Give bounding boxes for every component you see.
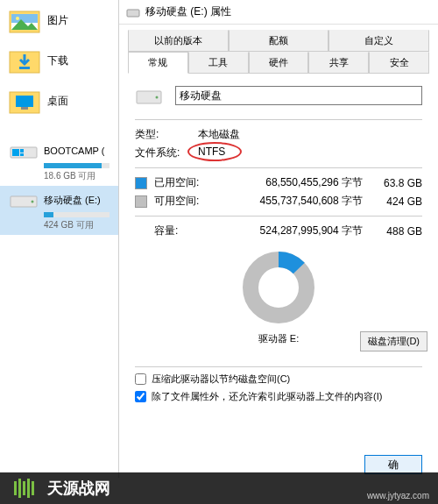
disk-cleanup-button[interactable]: 磁盘清理(D)	[360, 331, 427, 351]
sidebar-drive-bootcamp[interactable]: BOOTCAMP ( 18.6 GB 可用	[0, 137, 118, 186]
tab-custom[interactable]: 自定义	[328, 30, 429, 51]
titlebar: 移动硬盘 (E:) 属性	[119, 0, 438, 25]
filesystem-value: NTFS	[198, 146, 225, 160]
titlebar-text: 移动硬盘 (E:) 属性	[145, 4, 231, 19]
drive-sub: 18.6 GB 可用	[44, 170, 110, 182]
svg-rect-2	[11, 14, 38, 23]
used-color-swatch	[135, 177, 147, 189]
free-gb: 424 GB	[368, 195, 422, 208]
compress-label: 压缩此驱动器以节约磁盘空间(C)	[152, 373, 290, 386]
capacity-gb: 488 GB	[368, 225, 422, 238]
usage-donut	[135, 249, 422, 329]
index-checkbox[interactable]	[135, 391, 146, 402]
capacity-label: 容量:	[154, 224, 210, 238]
explorer-sidebar: 图片 下载 桌面 BOOTCAMP ( 18.6 GB 可用 移动硬盘 (E:)…	[0, 0, 118, 504]
folder-label: 桌面	[47, 94, 68, 109]
used-bytes: 68,550,455,296 字节	[210, 175, 363, 190]
drive-name: BOOTCAMP (	[44, 146, 104, 156]
properties-dialog: 移动硬盘 (E:) 属性 以前的版本 配额 自定义 常规 工具 硬件 共享 安全…	[118, 0, 438, 478]
type-label: 类型:	[135, 127, 198, 142]
tab-quota[interactable]: 配额	[229, 30, 329, 51]
index-label: 除了文件属性外，还允许索引此驱动器上文件的内容(I)	[152, 390, 382, 403]
sidebar-drive-removable[interactable]: 移动硬盘 (E:) 424 GB 可用	[0, 186, 118, 235]
svg-rect-22	[18, 479, 21, 498]
svg-point-18	[156, 96, 159, 99]
svg-rect-8	[16, 96, 33, 107]
svg-rect-13	[20, 153, 24, 156]
drive-icon	[126, 5, 140, 19]
tab-tools[interactable]: 工具	[188, 52, 249, 73]
tab-hardware[interactable]: 硬件	[249, 52, 309, 73]
free-bytes: 455,737,540,608 字节	[210, 194, 363, 209]
ok-button[interactable]: 确	[364, 455, 422, 474]
free-color-swatch	[135, 195, 147, 208]
sidebar-folder-pictures[interactable]: 图片	[0, 0, 118, 40]
compress-checkbox[interactable]	[135, 373, 146, 385]
watermark-link: www.jytyaz.com	[367, 491, 429, 500]
watermark-bar: 天源战网 www.jytyaz.com	[0, 472, 438, 504]
tab-previous-versions[interactable]: 以前的版本	[128, 30, 229, 51]
tab-general[interactable]: 常规	[128, 52, 188, 74]
capacity-bytes: 524,287,995,904 字节	[210, 224, 363, 238]
svg-point-15	[32, 201, 34, 203]
free-label: 可用空间:	[154, 194, 210, 209]
svg-rect-16	[127, 10, 139, 17]
svg-rect-21	[14, 481, 17, 495]
type-value: 本地磁盘	[198, 127, 240, 142]
tab-security[interactable]: 安全	[369, 52, 429, 73]
svg-rect-9	[21, 107, 28, 110]
tab-sharing[interactable]: 共享	[308, 52, 369, 73]
svg-rect-23	[23, 481, 25, 495]
folder-label: 下载	[47, 53, 68, 68]
used-label: 已用空间:	[154, 175, 210, 190]
svg-rect-6	[19, 67, 30, 69]
filesystem-label: 文件系统:	[135, 146, 198, 160]
drive-large-icon	[135, 84, 163, 107]
svg-rect-24	[27, 479, 30, 498]
watermark-text: 天源战网	[47, 478, 110, 499]
svg-point-3	[16, 17, 19, 20]
drive-name-input[interactable]	[175, 86, 422, 105]
sidebar-folder-desktop[interactable]: 桌面	[0, 81, 118, 121]
svg-rect-11	[12, 149, 19, 156]
svg-rect-12	[20, 149, 24, 153]
drive-name: 移动硬盘 (E:)	[44, 194, 101, 207]
used-gb: 63.8 GB	[368, 177, 422, 189]
folder-label: 图片	[47, 13, 68, 28]
sidebar-folder-downloads[interactable]: 下载	[0, 40, 118, 81]
watermark-logo-icon	[12, 476, 37, 500]
drive-sub: 424 GB 可用	[44, 219, 110, 231]
svg-rect-25	[32, 481, 34, 495]
